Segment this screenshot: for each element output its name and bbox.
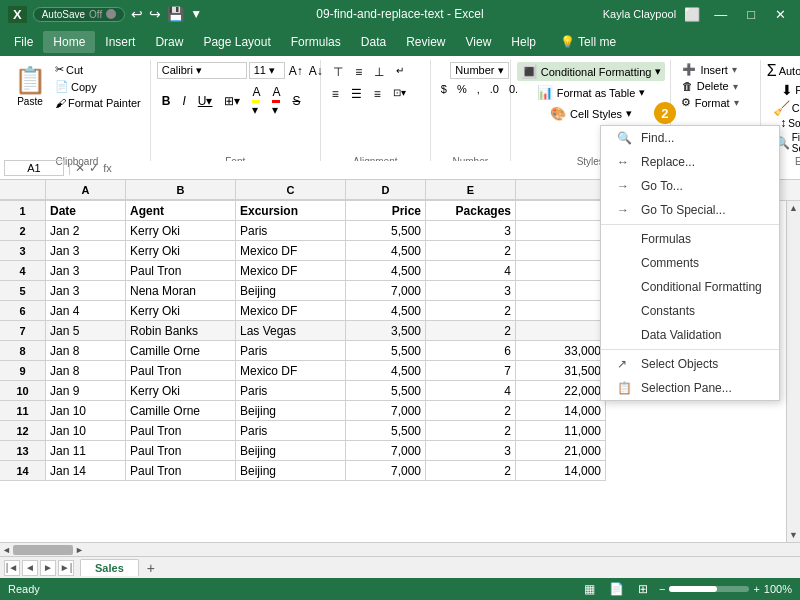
cell-styles-arrow[interactable]: ▾ bbox=[626, 107, 632, 120]
underline-button[interactable]: U▾ bbox=[193, 92, 218, 110]
increase-decimal-button[interactable]: .0 bbox=[486, 81, 503, 97]
grid-cell[interactable]: Price bbox=[346, 201, 426, 221]
grid-cell[interactable] bbox=[516, 281, 606, 301]
name-box[interactable]: A1 bbox=[4, 160, 64, 176]
tab-last-btn[interactable]: ►| bbox=[58, 560, 74, 576]
scroll-right-btn[interactable]: ► bbox=[75, 545, 84, 555]
grid-cell[interactable]: Jan 8 bbox=[46, 361, 126, 381]
grid-cell[interactable]: Jan 3 bbox=[46, 281, 126, 301]
grid-cell[interactable]: Packages bbox=[426, 201, 516, 221]
redo-icon[interactable]: ↪ bbox=[149, 6, 161, 22]
grid-cell[interactable]: Paris bbox=[236, 341, 346, 361]
cut-button[interactable]: ✂Cut bbox=[52, 62, 144, 77]
bold-button[interactable]: B bbox=[157, 92, 176, 110]
grid-cell[interactable]: Jan 5 bbox=[46, 321, 126, 341]
col-header-e[interactable]: E bbox=[426, 180, 516, 200]
grid-cell[interactable]: 5,500 bbox=[346, 341, 426, 361]
undo-icon[interactable]: ↩ bbox=[131, 6, 143, 22]
maximize-button[interactable]: □ bbox=[741, 5, 761, 24]
grid-cell[interactable]: 33,000 bbox=[516, 341, 606, 361]
grid-cell[interactable]: Excursion bbox=[236, 201, 346, 221]
formulas-menu-item[interactable]: Formulas bbox=[601, 227, 779, 251]
menu-draw[interactable]: Draw bbox=[145, 31, 193, 53]
tab-first-btn[interactable]: |◄ bbox=[4, 560, 20, 576]
grid-cell[interactable]: Mexico DF bbox=[236, 301, 346, 321]
selection-pane-menu-item[interactable]: 📋 Selection Pane... bbox=[601, 376, 779, 400]
strikethrough-button[interactable]: S bbox=[287, 92, 305, 110]
minimize-button[interactable]: — bbox=[708, 5, 733, 24]
format-cells-button[interactable]: ⚙Format▾ bbox=[677, 95, 743, 110]
scroll-left-btn[interactable]: ◄ bbox=[2, 545, 11, 555]
grid-cell[interactable]: 2 bbox=[426, 241, 516, 261]
menu-view[interactable]: View bbox=[456, 31, 502, 53]
grid-cell[interactable]: Beijing bbox=[236, 461, 346, 481]
grid-cell[interactable] bbox=[516, 241, 606, 261]
normal-view-icon[interactable]: ▦ bbox=[581, 582, 598, 596]
grid-cell[interactable]: 5,500 bbox=[346, 221, 426, 241]
quicksave-icon[interactable]: 💾 bbox=[167, 6, 184, 22]
grid-cell[interactable]: 3 bbox=[426, 441, 516, 461]
format-painter-button[interactable]: 🖌Format Painter bbox=[52, 96, 144, 110]
col-header-d[interactable]: D bbox=[346, 180, 426, 200]
goto-menu-item[interactable]: → Go To... bbox=[601, 174, 779, 198]
grid-cell[interactable]: 22,000 bbox=[516, 381, 606, 401]
format-table-arrow[interactable]: ▾ bbox=[639, 86, 645, 99]
grid-cell[interactable]: 14,000 bbox=[516, 461, 606, 481]
grid-cell[interactable]: Mexico DF bbox=[236, 361, 346, 381]
grid-cell[interactable]: Jan 2 bbox=[46, 221, 126, 241]
scroll-down-btn[interactable]: ▼ bbox=[787, 528, 800, 542]
customize-icon[interactable]: ▼ bbox=[190, 7, 202, 21]
grid-cell[interactable]: Agent bbox=[126, 201, 236, 221]
grid-cell[interactable]: 4,500 bbox=[346, 361, 426, 381]
horizontal-scrollbar[interactable]: ◄ ► bbox=[0, 542, 800, 556]
number-format-selector[interactable]: Number ▾ bbox=[450, 62, 508, 79]
row-header[interactable]: 14 bbox=[0, 461, 46, 481]
row-header[interactable]: 9 bbox=[0, 361, 46, 381]
font-size-increase-icon[interactable]: A↑ bbox=[287, 63, 305, 79]
grid-cell[interactable]: Jan 3 bbox=[46, 241, 126, 261]
autosave-toggle[interactable]: AutoSave Off bbox=[33, 7, 126, 22]
grid-cell[interactable]: Beijing bbox=[236, 401, 346, 421]
grid-cell[interactable]: 6 bbox=[426, 341, 516, 361]
grid-cell[interactable]: 3,500 bbox=[346, 321, 426, 341]
grid-cell[interactable] bbox=[516, 201, 606, 221]
grid-cell[interactable]: Paris bbox=[236, 381, 346, 401]
grid-cell[interactable]: 4,500 bbox=[346, 241, 426, 261]
row-header[interactable]: 7 bbox=[0, 321, 46, 341]
font-size-selector[interactable]: 11 ▾ bbox=[249, 62, 285, 79]
cond-format-menu-item[interactable]: Conditional Formatting bbox=[601, 275, 779, 299]
grid-cell[interactable]: 14,000 bbox=[516, 401, 606, 421]
cell-styles-button[interactable]: 🎨 Cell Styles ▾ bbox=[546, 104, 636, 123]
scroll-thumb-h[interactable] bbox=[13, 545, 73, 555]
row-header[interactable]: 11 bbox=[0, 401, 46, 421]
grid-cell[interactable]: Kerry Oki bbox=[126, 221, 236, 241]
grid-cell[interactable]: 4,500 bbox=[346, 301, 426, 321]
grid-cell[interactable]: 7 bbox=[426, 361, 516, 381]
menu-home[interactable]: Home bbox=[43, 31, 95, 53]
grid-cell[interactable]: Nena Moran bbox=[126, 281, 236, 301]
copy-button[interactable]: 📄Copy bbox=[52, 79, 144, 94]
grid-cell[interactable]: 7,000 bbox=[346, 401, 426, 421]
select-objects-menu-item[interactable]: ↗ Select Objects bbox=[601, 352, 779, 376]
grid-cell[interactable]: Jan 3 bbox=[46, 261, 126, 281]
grid-cell[interactable]: 4 bbox=[426, 261, 516, 281]
grid-cell[interactable]: Beijing bbox=[236, 281, 346, 301]
sheet-tab-sales[interactable]: Sales bbox=[80, 559, 139, 576]
row-header[interactable]: 13 bbox=[0, 441, 46, 461]
grid-cell[interactable]: Paul Tron bbox=[126, 441, 236, 461]
row-header[interactable]: 4 bbox=[0, 261, 46, 281]
menu-review[interactable]: Review bbox=[396, 31, 455, 53]
grid-cell[interactable]: 2 bbox=[426, 461, 516, 481]
grid-cell[interactable]: 5,500 bbox=[346, 421, 426, 441]
grid-cell[interactable] bbox=[516, 301, 606, 321]
row-header[interactable]: 6 bbox=[0, 301, 46, 321]
paste-button[interactable]: 📋 Paste bbox=[10, 63, 50, 109]
grid-cell[interactable]: Paul Tron bbox=[126, 261, 236, 281]
grid-cell[interactable]: Kerry Oki bbox=[126, 381, 236, 401]
wrap-text-button[interactable]: ↵ bbox=[391, 62, 409, 82]
menu-help[interactable]: Help bbox=[501, 31, 546, 53]
row-header[interactable]: 3 bbox=[0, 241, 46, 261]
grid-cell[interactable]: Camille Orne bbox=[126, 341, 236, 361]
col-header-b[interactable]: B bbox=[126, 180, 236, 200]
page-break-view-icon[interactable]: ⊞ bbox=[635, 582, 651, 596]
